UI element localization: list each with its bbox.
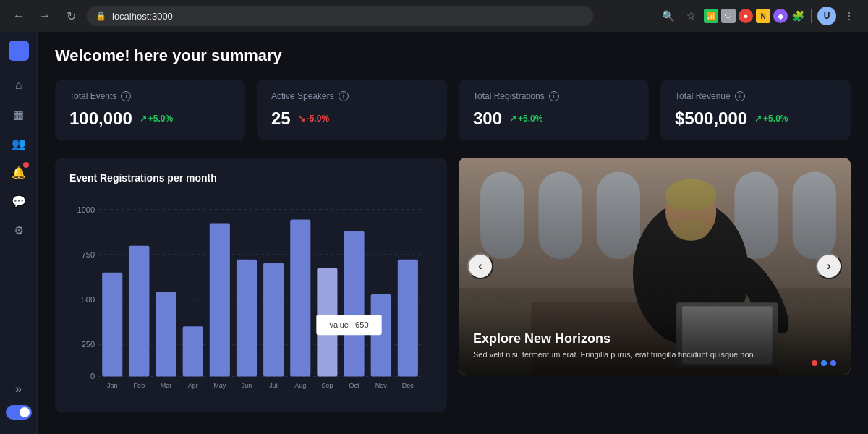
svg-text:0: 0 xyxy=(90,372,95,380)
bell-icon: 🔔 xyxy=(12,166,26,179)
stat-change-total-registrations: ↗ +5.0% xyxy=(509,114,542,124)
app-logo xyxy=(9,41,29,61)
carousel-next-button[interactable]: › xyxy=(816,253,842,279)
svg-text:Mar: Mar xyxy=(161,383,172,390)
svg-text:Jun: Jun xyxy=(242,383,252,390)
chart-container: Event Registrations per month 1000 750 5… xyxy=(55,158,447,412)
svg-rect-24 xyxy=(290,220,310,377)
info-icon-active-speakers: i xyxy=(339,91,349,101)
sidebar-item-calendar[interactable]: ▦ xyxy=(6,101,32,127)
svg-rect-14 xyxy=(156,292,176,376)
dark-mode-toggle[interactable] xyxy=(6,405,32,420)
svg-text:Aug: Aug xyxy=(294,383,306,390)
svg-rect-10 xyxy=(102,273,122,377)
carousel-dot-2[interactable] xyxy=(821,360,827,366)
gear-icon: ⚙ xyxy=(14,224,24,237)
svg-rect-39 xyxy=(538,172,582,259)
carousel-dot-3[interactable] xyxy=(830,360,836,366)
page-title: Welcome! here your summary xyxy=(55,46,851,65)
stat-value-total-events: 100,000 ↗ +5.0% xyxy=(69,109,231,129)
carousel-prev-button[interactable]: ‹ xyxy=(467,253,493,279)
svg-text:Jul: Jul xyxy=(269,383,278,390)
svg-text:Apr: Apr xyxy=(188,383,198,390)
svg-rect-22 xyxy=(263,263,284,377)
svg-text:Dec: Dec xyxy=(402,383,414,390)
stat-value-total-registrations: 300 ↗ +5.0% xyxy=(473,109,634,129)
bottom-section: Event Registrations per month 1000 750 5… xyxy=(55,158,851,412)
stat-change-total-events: ↗ +5.0% xyxy=(140,114,173,124)
stat-change-total-revenue: ↗ +5.0% xyxy=(754,114,788,124)
svg-rect-20 xyxy=(237,260,257,377)
url-text: localhost:3000 xyxy=(112,11,173,22)
bookmark-button[interactable]: ☆ xyxy=(681,6,701,26)
reload-button[interactable]: ↻ xyxy=(61,6,81,26)
svg-text:Sep: Sep xyxy=(321,383,333,390)
stat-card-total-events: Total Events i 100,000 ↗ +5.0% xyxy=(55,80,245,140)
svg-rect-28 xyxy=(344,231,365,377)
carousel-caption-title: Explore New Horizons xyxy=(473,331,836,346)
shield-ext-icon: 🛡 xyxy=(721,9,736,23)
carousel-container: ‹ › Explore New Horizons Sed velit nisi,… xyxy=(459,158,851,375)
info-icon-total-revenue: i xyxy=(735,91,745,101)
svg-rect-32 xyxy=(398,260,418,377)
svg-text:Feb: Feb xyxy=(134,383,145,390)
svg-rect-30 xyxy=(371,294,391,376)
more-icon: » xyxy=(15,383,22,396)
signal-ext-icon: 📶 xyxy=(704,9,718,23)
lock-icon: 🔒 xyxy=(95,11,106,21)
calendar-icon: ▦ xyxy=(13,108,24,122)
svg-text:500: 500 xyxy=(82,295,95,304)
main-content: Welcome! here your summary Total Events … xyxy=(38,32,868,434)
svg-rect-37 xyxy=(459,158,851,288)
browser-chrome: ← → ↻ 🔒 localhost:3000 🔍 ☆ 📶 🛡 ● N ◆ 🧩 U… xyxy=(0,0,868,32)
svg-text:value : 650: value : 650 xyxy=(330,320,369,329)
circle-ext-icon: ● xyxy=(739,9,753,23)
browser-actions: 🔍 ☆ 📶 🛡 ● N ◆ 🧩 U ⋮ xyxy=(658,6,859,26)
users-icon: 👥 xyxy=(12,137,26,150)
stats-grid: Total Events i 100,000 ↗ +5.0% Active Sp… xyxy=(55,80,851,140)
info-icon-total-registrations: i xyxy=(549,91,559,101)
stat-value-active-speakers: 25 ↘ -5.0% xyxy=(271,109,433,129)
sidebar-item-notifications[interactable]: 🔔 xyxy=(6,159,32,185)
svg-rect-42 xyxy=(793,172,836,259)
svg-text:Oct: Oct xyxy=(349,383,360,390)
menu-button[interactable]: ⋮ xyxy=(839,6,859,26)
search-button[interactable]: 🔍 xyxy=(658,6,678,26)
sidebar-item-home[interactable]: ⌂ xyxy=(6,72,32,98)
svg-text:1000: 1000 xyxy=(77,205,95,214)
stat-value-total-revenue: $500,000 ↗ +5.0% xyxy=(675,109,836,129)
svg-point-47 xyxy=(673,219,709,241)
chat-icon: 💬 xyxy=(12,195,26,208)
address-bar[interactable]: 🔒 localhost:3000 xyxy=(87,6,593,26)
stat-label-total-events: Total Events i xyxy=(69,91,231,101)
bar-chart-svg: 1000 750 500 250 0 Jan Feb xyxy=(69,195,433,398)
svg-rect-12 xyxy=(129,246,149,377)
app-wrapper: ⌂ ▦ 👥 🔔 💬 ⚙ » Welcome! here your summary xyxy=(0,32,868,434)
svg-text:Nov: Nov xyxy=(375,383,388,390)
purple-ext-icon: ◆ xyxy=(773,9,788,23)
sidebar: ⌂ ▦ 👥 🔔 💬 ⚙ » xyxy=(0,32,38,434)
chart-title: Event Registrations per month xyxy=(69,172,433,184)
profile-avatar[interactable]: U xyxy=(817,7,836,25)
svg-text:Jan: Jan xyxy=(107,383,118,390)
n-ext-icon: N xyxy=(756,9,770,23)
back-button[interactable]: ← xyxy=(9,6,29,26)
puzzle-ext-icon: 🧩 xyxy=(791,9,805,23)
svg-text:750: 750 xyxy=(82,250,95,259)
notification-badge xyxy=(23,162,29,168)
svg-point-46 xyxy=(665,179,716,211)
bar-chart-area: 1000 750 500 250 0 Jan Feb xyxy=(69,195,433,398)
carousel-dot-1[interactable] xyxy=(812,360,817,366)
svg-point-45 xyxy=(665,183,716,241)
stat-card-total-registrations: Total Registrations i 300 ↗ +5.0% xyxy=(459,80,649,140)
carousel-dots xyxy=(812,360,836,366)
svg-text:May: May xyxy=(213,383,226,390)
sidebar-item-settings[interactable]: ⚙ xyxy=(6,217,32,243)
sidebar-item-users[interactable]: 👥 xyxy=(6,130,32,156)
carousel-caption: Explore New Horizons Sed velit nisi, fer… xyxy=(459,317,851,375)
svg-rect-18 xyxy=(210,224,230,377)
sidebar-item-messages[interactable]: 💬 xyxy=(6,188,32,214)
forward-button[interactable]: → xyxy=(35,6,55,26)
svg-rect-16 xyxy=(183,326,203,376)
sidebar-item-more[interactable]: » xyxy=(6,376,32,402)
